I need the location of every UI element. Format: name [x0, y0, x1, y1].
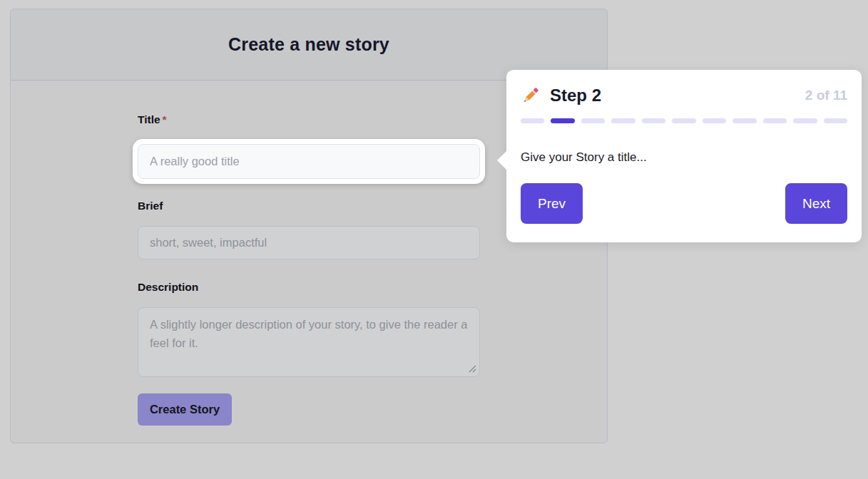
progress-segment	[642, 118, 665, 123]
progress-segment	[551, 118, 574, 123]
pencil-icon	[521, 86, 541, 105]
progress-segment	[521, 118, 544, 123]
step-title: Step 2	[550, 86, 601, 105]
progress-segment	[581, 118, 605, 123]
title-label: Title*	[138, 113, 480, 126]
description-textarea-wrap	[138, 307, 480, 377]
tour-step-text: Give your Story a title...	[521, 150, 847, 165]
next-button[interactable]: Next	[785, 183, 847, 224]
popover-header: Step 2 2 of 11	[521, 84, 847, 107]
progress-segment	[732, 118, 756, 123]
progress-segment	[703, 118, 726, 123]
page: Create a new story Title* Brief Des	[0, 0, 868, 479]
description-field-group: Description	[138, 281, 480, 377]
progress-segment	[611, 118, 635, 123]
create-story-button[interactable]: Create Story	[138, 393, 232, 426]
brief-input[interactable]	[138, 226, 480, 259]
tour-actions: Prev Next	[521, 183, 847, 224]
required-asterisk: *	[163, 113, 167, 125]
title-field-group: Title*	[138, 113, 480, 184]
popover-arrow	[497, 150, 507, 170]
step-counter: 2 of 11	[805, 88, 847, 103]
progress-segment	[672, 118, 695, 123]
brief-label: Brief	[138, 200, 480, 212]
tour-popover: Step 2 2 of 11 Give your Story a title..…	[506, 70, 862, 242]
tour-progress	[521, 118, 847, 123]
brief-field-group: Brief	[138, 200, 480, 281]
page-title: Create a new story	[228, 34, 389, 55]
description-label: Description	[138, 281, 480, 294]
create-story-form: Title* Brief Description	[138, 113, 480, 426]
title-input[interactable]	[138, 144, 480, 179]
progress-segment	[763, 118, 787, 123]
title-label-text: Title	[138, 113, 160, 125]
prev-button[interactable]: Prev	[521, 183, 583, 224]
tour-spotlight-ring	[133, 139, 485, 184]
description-textarea[interactable]	[138, 307, 480, 377]
progress-segment	[793, 118, 817, 123]
progress-segment	[824, 118, 847, 123]
